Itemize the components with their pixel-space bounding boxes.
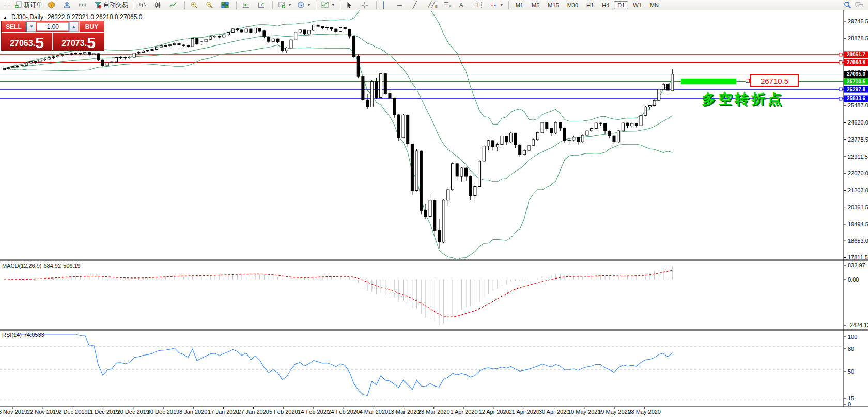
date-axis-label: 19 May 2020 xyxy=(598,409,631,415)
price-callout-label[interactable]: 26710.5 xyxy=(750,74,799,87)
candle-body xyxy=(254,28,257,33)
candle-body xyxy=(250,29,252,33)
community-button[interactable] xyxy=(61,0,75,10)
timeframe-m5[interactable]: M5 xyxy=(528,1,543,9)
period-button[interactable]: ▼ xyxy=(295,0,313,10)
text-icon: A xyxy=(459,2,463,8)
sell-button[interactable]: SELL xyxy=(2,21,26,32)
candle-body xyxy=(622,123,624,131)
new-chart-button[interactable]: ▼ xyxy=(276,0,294,10)
price-axis-label: 23778.5 xyxy=(848,136,868,143)
candle-body xyxy=(74,53,77,54)
line-handle xyxy=(839,88,842,91)
candle-body xyxy=(581,135,584,142)
arrows-button[interactable]: ▼ xyxy=(488,0,506,10)
candle-body xyxy=(366,100,369,107)
date-axis-label: 5 Feb 2020 xyxy=(269,409,298,415)
horizontal-line-button[interactable]: ─ xyxy=(395,0,410,10)
price-badge-label: 26297.8 xyxy=(847,87,866,92)
timeframe-m15[interactable]: M15 xyxy=(544,1,562,9)
candle-body xyxy=(200,42,203,44)
zoom-out-button[interactable] xyxy=(204,0,218,10)
candle-body xyxy=(559,122,562,128)
timeframe-d1[interactable]: D1 xyxy=(614,1,628,9)
candle-body xyxy=(160,46,162,47)
dropdown-caret-icon: ▼ xyxy=(307,3,311,7)
timeframe-w1[interactable]: W1 xyxy=(629,1,645,9)
crosshair-button[interactable] xyxy=(359,0,374,10)
zoom-in-button[interactable] xyxy=(188,0,203,10)
candle-body xyxy=(568,140,570,141)
timeframe-m1[interactable]: M1 xyxy=(512,1,527,9)
arrows-icon xyxy=(490,2,498,9)
chat-icon[interactable] xyxy=(855,2,864,9)
text-label-button[interactable]: T xyxy=(473,0,487,10)
candle-body xyxy=(389,94,391,98)
toolbar-grip[interactable]: ⋮⋮ xyxy=(3,3,11,8)
channel-button[interactable]: ╱╱E xyxy=(426,0,441,10)
indicators-button[interactable]: ▼ xyxy=(319,0,337,10)
vertical-line-icon: │ xyxy=(382,2,386,8)
trendline-button[interactable]: ╱ xyxy=(411,0,425,10)
vertical-line-button[interactable]: │ xyxy=(380,0,394,10)
candle-body xyxy=(460,168,463,176)
candle-body xyxy=(631,123,633,126)
buy-button[interactable]: BUY xyxy=(80,21,104,32)
candle-body xyxy=(339,27,342,31)
zoom-in-icon xyxy=(190,1,198,9)
candle-body xyxy=(564,128,566,141)
market-watch-button[interactable] xyxy=(45,0,60,10)
timeframe-h1[interactable]: H1 xyxy=(583,1,597,9)
candle-body xyxy=(496,145,499,147)
candle-body xyxy=(169,45,172,46)
line-chart-button[interactable] xyxy=(167,0,182,10)
candle-body xyxy=(7,68,10,69)
text-button[interactable]: A xyxy=(457,0,472,10)
candle-body xyxy=(308,30,311,34)
auto-trading-button[interactable]: 自动交易 xyxy=(92,0,130,10)
candlestick-button[interactable] xyxy=(152,0,166,10)
chart-ohlc-values: 26222.0 27321.0 26210.0 27065.0 xyxy=(48,13,143,21)
candle-body xyxy=(452,164,454,190)
chart-canvas[interactable]: 29745.528878.527170.025487.024620.023778… xyxy=(0,0,868,417)
candle-body xyxy=(344,27,346,29)
fibonacci-button[interactable]: ☰F xyxy=(442,0,456,10)
separator xyxy=(508,1,509,9)
buy-price-main: 27073 xyxy=(61,39,85,48)
sell-price-big-digit: 5 xyxy=(35,36,44,50)
candle-body xyxy=(173,43,176,45)
timeframe-mn[interactable]: MN xyxy=(646,1,662,9)
new-order-button[interactable]: 新订单 xyxy=(12,0,44,10)
signals-button[interactable] xyxy=(76,0,91,10)
candle-body xyxy=(546,122,548,129)
tile-windows-button[interactable] xyxy=(219,0,234,10)
candle-body xyxy=(469,176,472,195)
separator xyxy=(316,1,317,9)
date-axis-label: 24 Feb 2020 xyxy=(328,409,360,415)
sell-price[interactable]: 27063.5 xyxy=(2,33,52,50)
chart-shift-button[interactable] xyxy=(255,0,270,10)
buy-price[interactable]: 27073.5 xyxy=(53,33,104,50)
volume-increase-button[interactable]: ▲ xyxy=(69,22,79,32)
candle-body xyxy=(407,115,409,144)
bar-chart-icon xyxy=(138,1,146,9)
candle-body xyxy=(532,140,535,145)
separator xyxy=(184,1,185,9)
timeframe-h4[interactable]: H4 xyxy=(598,1,613,9)
bar-chart-button[interactable] xyxy=(136,0,151,10)
line-handle xyxy=(839,61,842,64)
candle-body xyxy=(205,39,207,42)
candle-body xyxy=(330,27,333,29)
callout-handle[interactable] xyxy=(746,79,750,83)
cursor-button[interactable] xyxy=(344,0,358,10)
text-label-icon: T xyxy=(475,2,482,8)
volume-input[interactable]: 1.00 xyxy=(37,22,69,31)
chart-annotation-text[interactable]: 多空转折点 xyxy=(702,90,784,109)
mt4-window: { "toolbar": { "new_order_label": "新订单",… xyxy=(0,0,868,417)
timeframe-m30[interactable]: M30 xyxy=(564,1,582,9)
candle-body xyxy=(299,30,301,32)
volume-decrease-button[interactable]: ▼ xyxy=(27,22,36,32)
auto-scroll-button[interactable] xyxy=(240,0,254,10)
search-icon[interactable] xyxy=(844,1,851,9)
price-axis-label: 24620.0 xyxy=(848,119,868,126)
